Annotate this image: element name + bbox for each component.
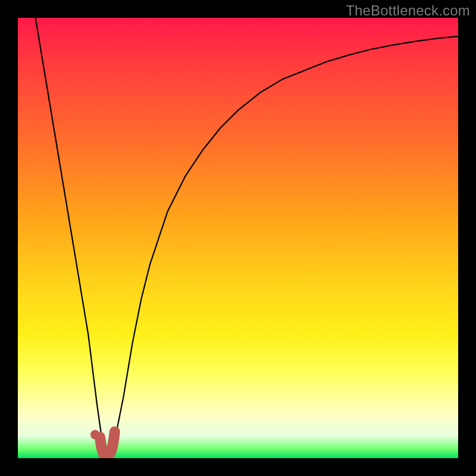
gradient-plot-area (18, 18, 458, 458)
chart-frame: TheBottleneck.com (0, 0, 476, 476)
watermark-text: TheBottleneck.com (346, 2, 470, 19)
